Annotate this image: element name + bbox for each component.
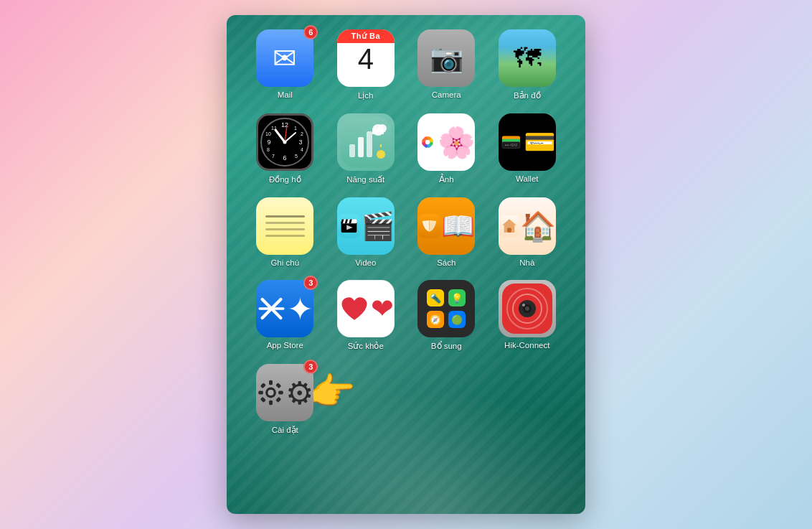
svg-point-73 — [268, 390, 274, 395]
svg-text:2: 2 — [301, 131, 303, 136]
photos-svg — [417, 117, 438, 167]
app-item-health[interactable]: Sức khỏe — [329, 280, 403, 351]
app-item-camera[interactable]: Camera — [410, 29, 483, 100]
books-label: Sách — [437, 258, 455, 267]
svg-rect-77 — [278, 391, 283, 395]
calendar-day-name: Thứ Ba — [337, 29, 395, 43]
svg-rect-76 — [259, 391, 264, 395]
app-item-wallet[interactable]: •••• 4242 Wallet — [491, 113, 565, 184]
health-svg — [338, 291, 371, 327]
svg-text:7: 7 — [272, 154, 275, 159]
appstore-icon: 3 — [256, 280, 313, 337]
app-grid: 6 Mail Thứ Ba 4 Lịch Camera Bản đồ — [248, 29, 564, 435]
mail-badge: 6 — [303, 25, 318, 39]
productivity-svg — [341, 117, 391, 167]
svg-point-35 — [425, 140, 430, 144]
appstore-label: App Store — [267, 341, 303, 350]
svg-rect-79 — [260, 397, 266, 403]
app-item-notes[interactable]: Ghi chú — [248, 197, 322, 267]
app-item-video[interactable]: Video — [329, 197, 403, 267]
health-icon — [337, 280, 395, 337]
hand-pointer-emoji: 👉 — [309, 370, 356, 413]
app-item-utilities[interactable]: 🔦 💡 🧭 🟢 Bổ sung — [410, 280, 483, 351]
app-item-mail[interactable]: 6 Mail — [248, 29, 322, 100]
app-item-productivity[interactable]: Năng suất — [329, 113, 403, 184]
camera-icon — [417, 29, 475, 87]
settings-badge: 3 — [303, 360, 318, 374]
svg-text:🧭: 🧭 — [430, 314, 442, 326]
wallet-label: Wallet — [516, 174, 539, 183]
app-item-books[interactable]: Sách — [410, 197, 483, 267]
appstore-svg — [256, 291, 287, 327]
app-item-maps[interactable]: Bản đồ — [491, 29, 565, 100]
maps-label: Bản đồ — [514, 90, 541, 100]
svg-text:••••  4242: •••• 4242 — [504, 144, 517, 147]
svg-text:9: 9 — [268, 139, 271, 146]
svg-rect-20 — [367, 131, 372, 157]
svg-text:💡: 💡 — [451, 292, 463, 304]
wallet-icon: •••• 4242 — [499, 113, 556, 171]
phone-screen: 6 Mail Thứ Ba 4 Lịch Camera Bản đồ — [227, 15, 585, 514]
svg-point-24 — [377, 150, 385, 159]
maps-icon — [499, 29, 556, 87]
video-svg — [337, 201, 361, 251]
clock-svg: 12 3 6 9 1 2 4 5 11 10 8 7 — [260, 117, 310, 167]
clock-icon: 12 3 6 9 1 2 4 5 11 10 8 7 — [256, 113, 313, 171]
calendar-icon: Thứ Ba 4 — [337, 29, 395, 87]
camera-label: Camera — [432, 90, 461, 99]
notes-lines — [265, 215, 305, 237]
app-item-home[interactable]: Nhà — [491, 197, 565, 267]
svg-rect-19 — [358, 137, 364, 157]
hikconnect-icon — [499, 280, 556, 337]
svg-text:1: 1 — [294, 126, 297, 131]
photos-icon — [417, 113, 475, 171]
app-item-appstore[interactable]: 3 App Store — [248, 280, 322, 351]
settings-label: Cài đặt — [272, 425, 298, 435]
svg-point-16 — [283, 141, 287, 144]
svg-text:8: 8 — [267, 147, 270, 152]
svg-text:5: 5 — [295, 154, 298, 159]
svg-point-70 — [525, 306, 529, 311]
svg-rect-23 — [372, 128, 384, 134]
svg-rect-18 — [349, 144, 355, 157]
svg-text:10: 10 — [265, 131, 271, 136]
svg-rect-81 — [275, 397, 281, 403]
video-label: Video — [355, 258, 376, 267]
app-item-clock[interactable]: 12 3 6 9 1 2 4 5 11 10 8 7 — [248, 113, 322, 184]
clock-label: Đồng hồ — [269, 174, 301, 184]
video-icon — [337, 197, 395, 255]
svg-point-71 — [522, 304, 525, 306]
mail-label: Mail — [278, 90, 293, 99]
app-item-calendar[interactable]: Thứ Ba 4 Lịch — [329, 29, 403, 100]
health-label: Sức khỏe — [348, 341, 384, 351]
app-item-settings[interactable]: 3 Cài đặt — [248, 364, 322, 435]
productivity-icon — [337, 113, 395, 171]
photos-label: Ảnh — [439, 174, 454, 184]
productivity-label: Năng suất — [346, 174, 384, 184]
settings-svg — [256, 375, 285, 411]
svg-text:🟢: 🟢 — [451, 314, 463, 326]
settings-icon: 3 — [256, 364, 313, 421]
mail-icon: 6 — [256, 29, 313, 87]
svg-text:6: 6 — [283, 154, 287, 161]
utilities-svg: 🔦 💡 🧭 🟢 — [421, 284, 471, 334]
wallet-svg: •••• 4242 — [499, 117, 524, 167]
svg-text:12: 12 — [281, 121, 288, 128]
home-label: Nhà — [519, 258, 534, 267]
notes-label: Ghi chú — [270, 258, 299, 267]
utilities-label: Bổ sung — [431, 341, 462, 351]
svg-text:4: 4 — [301, 147, 303, 152]
svg-text:3: 3 — [299, 139, 303, 146]
svg-rect-74 — [269, 380, 273, 385]
appstore-badge: 3 — [303, 276, 318, 290]
app-item-photos[interactable]: Ảnh — [410, 113, 483, 184]
books-svg — [417, 201, 441, 251]
app-item-hikconnect[interactable]: Hik-Connect — [491, 280, 565, 351]
calendar-day-number: 4 — [358, 45, 374, 73]
svg-rect-75 — [269, 401, 273, 406]
hikconnect-label: Hik-Connect — [504, 341, 549, 350]
svg-rect-78 — [260, 383, 266, 388]
svg-rect-52 — [507, 228, 511, 233]
hikconnect-svg — [502, 284, 552, 334]
home-svg — [499, 201, 520, 251]
